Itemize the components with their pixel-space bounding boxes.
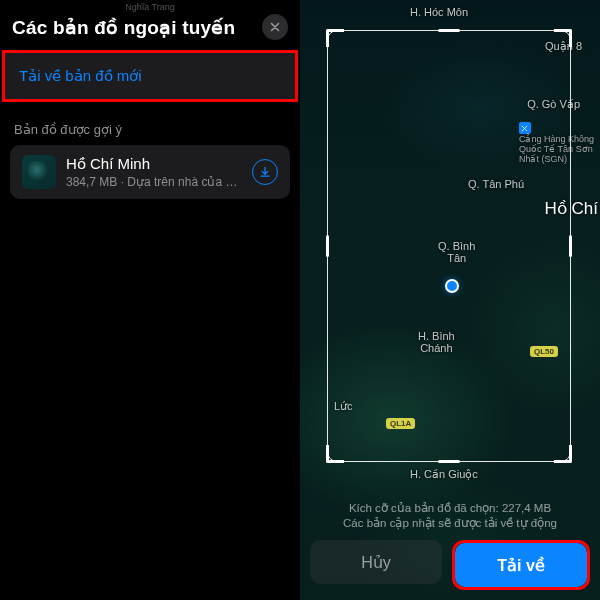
suggested-map-subtitle: 384,7 MB · Dựa trên nhà của bạn — [66, 175, 242, 189]
offline-maps-title: Các bản đồ ngoại tuyến — [12, 16, 235, 39]
selection-handle-top[interactable] — [438, 29, 460, 32]
suggested-map-text: Hồ Chí Minh 384,7 MB · Dựa trên nhà của … — [66, 155, 242, 189]
selection-handle-br[interactable] — [554, 445, 572, 463]
map-thumbnail — [22, 155, 56, 189]
selection-handle-left[interactable] — [326, 235, 329, 257]
selection-handle-tl[interactable] — [326, 29, 344, 47]
offline-maps-pane: Nghĩa Trang Các bản đồ ngoại tuyến Tải v… — [0, 0, 300, 600]
map-label-hoc-mon: H. Hóc Môn — [410, 6, 468, 18]
map-update-text: Các bản cập nhật sẽ được tải về tự động — [310, 516, 590, 530]
suggested-map-item[interactable]: Hồ Chí Minh 384,7 MB · Dựa trên nhà của … — [10, 145, 290, 199]
selection-handle-bl[interactable] — [326, 445, 344, 463]
download-button-highlight: Tải về — [452, 540, 590, 590]
download-button[interactable]: Tải về — [455, 543, 587, 587]
map-action-row: Hủy Tải về — [310, 540, 590, 590]
map-selection-pane: H. Hóc Môn Quận 8 Q. Gò Vấp Cảng Hàng Kh… — [300, 0, 600, 600]
download-icon — [258, 165, 272, 179]
status-bar-remnant: Nghĩa Trang — [0, 2, 300, 12]
cancel-button[interactable]: Hủy — [310, 540, 442, 584]
map-selection-box[interactable] — [327, 30, 571, 462]
selection-handle-right[interactable] — [569, 235, 572, 257]
map-size-text: Kích cỡ của bản đồ đã chọn: 227,4 MB — [310, 501, 590, 515]
close-button[interactable] — [262, 14, 288, 40]
map-label-can-giuoc: H. Cần Giuộc — [410, 468, 478, 481]
selection-handle-bottom[interactable] — [438, 460, 460, 463]
close-icon — [269, 21, 281, 33]
selection-handle-tr[interactable] — [554, 29, 572, 47]
suggested-maps-label: Bản đồ được gợi ý — [0, 102, 300, 145]
download-suggested-button[interactable] — [252, 159, 278, 185]
suggested-map-title: Hồ Chí Minh — [66, 155, 242, 173]
map-bottom-bar: Kích cỡ của bản đồ đã chọn: 227,4 MB Các… — [300, 493, 600, 600]
download-new-map-button[interactable]: Tải về bản đồ mới — [2, 50, 298, 102]
